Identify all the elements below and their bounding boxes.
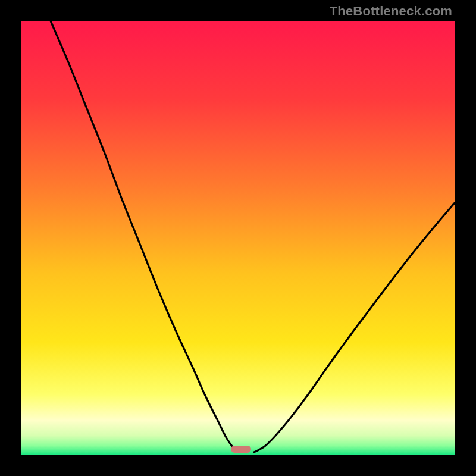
plot-area bbox=[21, 21, 455, 455]
frame: TheBottleneck.com bbox=[0, 0, 476, 476]
optimum-marker bbox=[231, 446, 251, 453]
bottleneck-curve bbox=[21, 21, 455, 455]
attribution-text: TheBottleneck.com bbox=[330, 4, 452, 19]
